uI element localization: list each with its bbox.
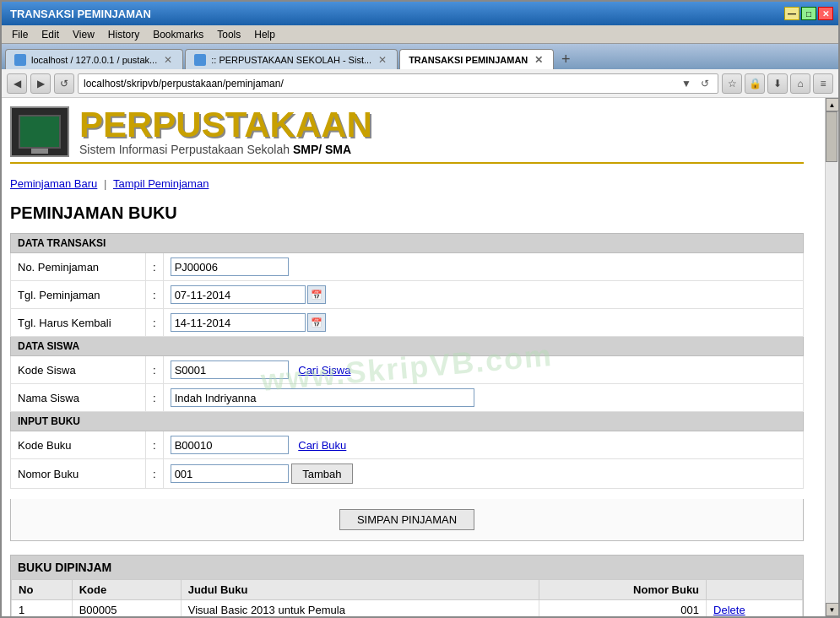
menu-bar: File Edit View History Bookmarks Tools H… [2, 25, 838, 44]
label-no-peminjaman: No. Peminjaman [11, 253, 146, 281]
menu-history[interactable]: History [101, 27, 146, 42]
label-nama-siswa: Nama Siswa [11, 384, 146, 412]
minimize-button[interactable]: — [784, 7, 799, 20]
label-tgl-peminjaman: Tgl. Peminjaman [11, 281, 146, 309]
forward-icon: ▶ [37, 78, 45, 89]
star-icon: ☆ [728, 78, 737, 89]
nav-tampil-peminjaman[interactable]: Tampil Peminjaman [113, 177, 209, 190]
menu-file[interactable]: File [5, 27, 35, 42]
menu-edit[interactable]: Edit [35, 27, 66, 42]
tambah-button[interactable]: Tambah [291, 464, 352, 484]
section-data-siswa: DATA SISWA [11, 337, 804, 356]
simpan-pinjaman-button[interactable]: SIMPAN PINJAMAN [339, 509, 474, 530]
input-nomor-buku[interactable] [171, 464, 289, 483]
window-title: TRANSAKSI PEMINJAMAN [7, 8, 151, 20]
cell-nomor: 001 [539, 600, 706, 617]
tab-close-2[interactable]: ✕ [377, 54, 388, 66]
section-data-transaksi: DATA TRANSAKSI [11, 234, 804, 253]
input-kode-buku[interactable] [171, 436, 289, 454]
menu-button[interactable]: ≡ [813, 73, 833, 94]
date-picker-kembali[interactable]: 📅 [307, 313, 326, 332]
download-icon: ⬇ [773, 78, 782, 89]
col-no: No [12, 580, 73, 600]
address-bar: ◀ ▶ ↺ localhost/skripvb/perpustakaan/pem… [2, 69, 838, 98]
col-judul: Judul Buku [181, 580, 539, 600]
label-kode-buku: Kode Buku [11, 431, 146, 459]
save-btn-row: SIMPAN PINJAMAN [10, 499, 804, 541]
maximize-button[interactable]: □ [801, 7, 816, 20]
scroll-track[interactable] [826, 111, 838, 603]
back-icon: ◀ [14, 78, 21, 89]
scroll-up-button[interactable]: ▲ [826, 98, 839, 111]
menu-help[interactable]: Help [247, 27, 282, 42]
refresh-small-icon[interactable]: ↺ [697, 76, 713, 91]
home-icon: ⌂ [797, 78, 803, 89]
menu-view[interactable]: View [66, 27, 101, 42]
star-button[interactable]: ☆ [722, 73, 742, 94]
buku-dipinjam-header: BUKU DIPINJAM [11, 556, 803, 579]
nav-links: Peminjaman Baru | Tampil Peminjaman [10, 171, 804, 197]
site-title: PERPUSTAKAAN [79, 107, 372, 143]
menu-tools[interactable]: Tools [210, 27, 247, 42]
menu-bookmarks[interactable]: Bookmarks [146, 27, 210, 42]
cari-buku-link[interactable]: Cari Buku [298, 439, 346, 452]
cell-delete: Delete [707, 600, 803, 617]
label-kode-siswa: Kode Siswa [11, 356, 146, 384]
table-row: 1 B00005 Visual Basic 2013 untuk Pemula … [12, 600, 803, 617]
page-content: www.SkripVB.com PERPUSTAKAAN Sistem Info… [2, 98, 825, 616]
tab-1[interactable]: localhost / 127.0.0.1 / pustak... ✕ [5, 49, 183, 69]
input-tgl-peminjaman[interactable] [171, 285, 306, 304]
new-tab-button[interactable]: + [555, 49, 576, 69]
scrollbar: ▲ ▼ [825, 98, 838, 616]
cell-judul: Visual Basic 2013 untuk Pemula [181, 600, 539, 617]
col-nomor: Nomor Buku [539, 580, 706, 600]
tab-bar: localhost / 127.0.0.1 / pustak... ✕ :: P… [2, 44, 838, 69]
tab-favicon-1 [14, 54, 26, 66]
date-picker-peminjaman[interactable]: 📅 [307, 285, 326, 304]
close-button[interactable]: ✕ [818, 7, 833, 20]
back-button[interactable]: ◀ [7, 73, 27, 94]
refresh-icon: ↺ [60, 78, 68, 89]
section-input-buku: INPUT BUKU [11, 412, 804, 431]
page-heading: PEMINJAMAN BUKU [10, 197, 804, 233]
hamburger-icon: ≡ [820, 78, 826, 89]
site-subtitle: Sistem Informasi Perpustakaan Sekolah SM… [79, 143, 372, 156]
home-button[interactable]: ⌂ [790, 73, 810, 94]
input-kode-siswa[interactable] [171, 360, 289, 379]
buku-dipinjam-section: BUKU DIPINJAM No Kode Judul Buku Nomor B… [10, 555, 804, 616]
calendar-icon-2: 📅 [311, 317, 322, 328]
label-nomor-buku: Nomor Buku [11, 459, 146, 489]
tab-label-2: :: PERPUSTAKAAN SEKOLAH - Sist... [211, 55, 371, 65]
tab-close-1[interactable]: ✕ [162, 54, 174, 66]
forward-button[interactable]: ▶ [30, 73, 51, 94]
refresh-button[interactable]: ↺ [54, 73, 74, 94]
lock-icon: 🔒 [749, 78, 761, 89]
input-tgl-kembali[interactable] [171, 313, 306, 332]
scroll-thumb[interactable] [826, 111, 837, 162]
download-button[interactable]: ⬇ [767, 73, 788, 94]
label-tgl-kembali: Tgl. Harus Kembali [11, 309, 146, 337]
nav-peminjaman-baru[interactable]: Peminjaman Baru [10, 177, 97, 190]
input-no-peminjaman[interactable] [171, 258, 289, 276]
tab-label-1: localhost / 127.0.0.1 / pustak... [31, 55, 157, 65]
calendar-icon: 📅 [311, 290, 322, 301]
tab-favicon-2 [194, 54, 206, 66]
input-nama-siswa[interactable] [171, 388, 474, 407]
cell-kode: B00005 [72, 600, 181, 617]
lock-button[interactable]: 🔒 [745, 73, 765, 94]
tab-3[interactable]: TRANSAKSI PEMINJAMAN ✕ [399, 49, 554, 69]
tab-close-3[interactable]: ✕ [533, 54, 545, 66]
col-kode: Kode [72, 580, 181, 600]
dropdown-icon[interactable]: ▼ [679, 76, 694, 91]
delete-link[interactable]: Delete [713, 604, 745, 616]
site-logo [10, 106, 69, 157]
site-header: PERPUSTAKAAN Sistem Informasi Perpustaka… [10, 98, 804, 164]
tab-label-3: TRANSAKSI PEMINJAMAN [409, 55, 528, 65]
scroll-down-button[interactable]: ▼ [826, 603, 839, 616]
cell-no: 1 [12, 600, 73, 617]
logo-screen-icon [19, 115, 61, 149]
col-action [707, 580, 803, 600]
tab-2[interactable]: :: PERPUSTAKAAN SEKOLAH - Sist... ✕ [185, 49, 398, 69]
cari-siswa-link[interactable]: Cari Siswa [298, 364, 350, 377]
address-text[interactable]: localhost/skripvb/perpustakaan/peminjama… [84, 78, 679, 89]
